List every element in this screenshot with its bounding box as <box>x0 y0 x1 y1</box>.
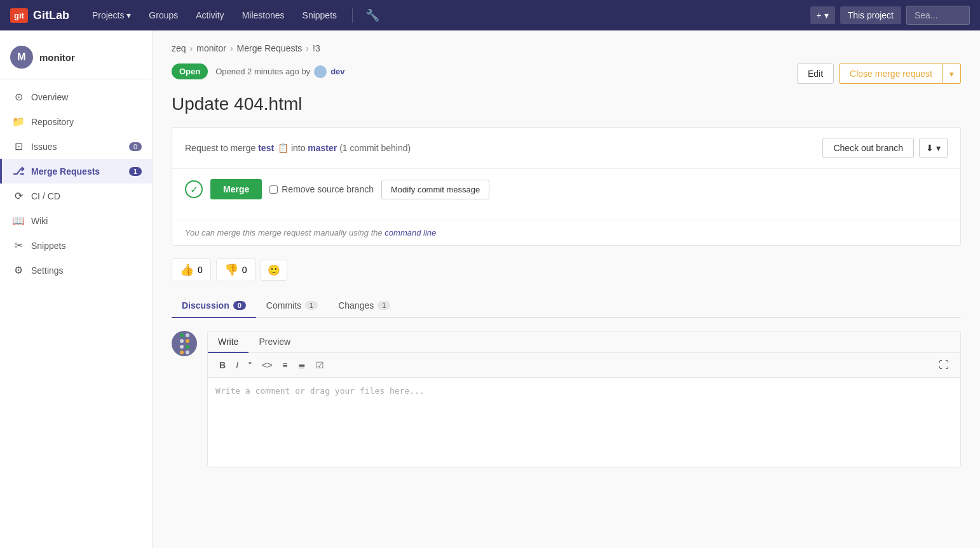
wrench-icon[interactable]: 🔧 <box>360 3 385 27</box>
editor-body[interactable]: Write a comment or drag your files here.… <box>208 378 960 467</box>
mr-title: Update 404.html <box>172 94 961 114</box>
sidebar-item-wiki[interactable]: 📖 Wiki <box>0 208 152 233</box>
comment-section: Write Preview B I " <> ≡ ≣ ☑ ⛶ <box>172 331 961 467</box>
avatar-pattern <box>175 331 194 356</box>
avatar-dot-4 <box>186 339 189 343</box>
breadcrumb-zeq[interactable]: zeq <box>172 43 186 53</box>
sidebar-username: monitor <box>39 52 75 63</box>
gitlab-logo-icon: git <box>10 8 28 23</box>
tab-discussion[interactable]: Discussion 0 <box>172 294 256 318</box>
merge-box-header: Request to merge test 📋 into master (1 c… <box>172 128 960 169</box>
breadcrumb-mr-id: !3 <box>313 43 320 53</box>
close-merge-request-button[interactable]: Close merge request <box>839 63 943 84</box>
avatar-dot-8 <box>186 351 189 354</box>
toolbar-quote-button[interactable]: " <box>245 358 255 373</box>
merge-manual-note: You can merge this merge request manuall… <box>172 220 960 245</box>
avatar-dot-1 <box>180 333 184 337</box>
remove-source-branch-row: Remove source branch <box>269 184 374 194</box>
top-navigation: git GitLab Projects ▾ Groups Activity Mi… <box>0 0 980 30</box>
into-word: into <box>291 143 308 153</box>
sidebar-item-label: Snippets <box>31 241 65 251</box>
sidebar-item-repository[interactable]: 📁 Repository <box>0 109 152 134</box>
toolbar-code-button[interactable]: <> <box>258 358 276 373</box>
tab-changes[interactable]: Changes 1 <box>328 294 400 318</box>
tab-discussion-label: Discussion <box>182 300 229 311</box>
command-line-link[interactable]: command line <box>385 228 436 237</box>
toolbar-italic-button[interactable]: I <box>232 358 242 373</box>
sidebar-item-label: Settings <box>31 265 64 276</box>
toolbar-checkbox-button[interactable]: ☑ <box>312 358 328 373</box>
remove-source-branch-checkbox[interactable] <box>269 185 278 194</box>
page-layout: M monitor ⊙ Overview 📁 Repository ⊡ Issu… <box>0 30 980 548</box>
toolbar-expand-button[interactable]: ⛶ <box>935 357 953 373</box>
toolbar-ul-button[interactable]: ≡ <box>278 358 291 373</box>
editor-tabs: Write Preview <box>208 331 960 353</box>
nav-milestones[interactable]: Milestones <box>235 5 292 25</box>
download-button[interactable]: ⬇ ▾ <box>919 138 948 158</box>
source-branch[interactable]: test <box>258 143 274 153</box>
page-header: Open Opened 2 minutes ago by dev Edit Cl… <box>172 63 961 84</box>
thumbsup-button[interactable]: 👍 0 <box>172 258 211 281</box>
merge-box-body: ✓ Merge Remove source branch Modify comm… <box>172 169 960 220</box>
manual-merge-text: You can merge this merge request manuall… <box>185 228 383 237</box>
breadcrumb-merge-requests[interactable]: Merge Requests <box>237 43 303 53</box>
modify-commit-message-button[interactable]: Modify commit message <box>381 180 489 199</box>
edit-button[interactable]: Edit <box>797 63 834 84</box>
commenter-avatar <box>172 331 197 356</box>
nav-divider <box>352 8 353 23</box>
sidebar-item-merge-requests[interactable]: ⎇ Merge Requests 1 <box>0 159 152 184</box>
opened-by-username: dev <box>330 67 344 76</box>
avatar-dot-6 <box>186 345 189 349</box>
sidebar-item-ci-cd[interactable]: ⟳ CI / CD <box>0 184 152 208</box>
nav-plus-button[interactable]: + ▾ <box>810 6 835 24</box>
sidebar-item-snippets[interactable]: ✂ Snippets <box>0 233 152 258</box>
breadcrumb-monitor[interactable]: monitor <box>196 43 226 53</box>
reactions-row: 👍 0 👎 0 🙂 <box>172 258 961 281</box>
opened-info: Opened 2 minutes ago by <box>215 67 310 76</box>
sidebar-item-overview[interactable]: ⊙ Overview <box>0 84 152 109</box>
sidebar-user: M monitor <box>0 41 152 79</box>
nav-snippets[interactable]: Snippets <box>295 5 344 25</box>
sidebar: M monitor ⊙ Overview 📁 Repository ⊡ Issu… <box>0 30 153 548</box>
sidebar-item-issues[interactable]: ⊡ Issues 0 <box>0 134 152 159</box>
nav-this-project-button[interactable]: This project <box>840 6 901 24</box>
tab-commits[interactable]: Commits 1 <box>256 294 328 318</box>
dev-avatar <box>314 65 327 78</box>
breadcrumb-sep-3: › <box>306 43 309 53</box>
sidebar-item-label: Wiki <box>31 216 48 226</box>
toolbar-bold-button[interactable]: B <box>215 358 229 373</box>
merge-box-actions: Check out branch ⬇ ▾ <box>822 138 948 158</box>
thumbsdown-button[interactable]: 👎 0 <box>216 258 255 281</box>
nav-groups[interactable]: Groups <box>141 5 186 25</box>
target-branch[interactable]: master <box>308 143 337 153</box>
nav-search-input[interactable] <box>906 6 970 25</box>
overview-icon: ⊙ <box>12 91 25 103</box>
merge-button[interactable]: Merge <box>210 179 262 199</box>
breadcrumb-sep-2: › <box>230 43 233 53</box>
ci-cd-icon: ⟳ <box>12 190 25 202</box>
opened-by-text: Opened 2 minutes ago by dev <box>215 65 344 78</box>
checkout-branch-button[interactable]: Check out branch <box>822 138 914 158</box>
nav-links: Projects ▾ Groups Activity Milestones Sn… <box>85 3 810 27</box>
wiki-icon: 📖 <box>12 215 25 227</box>
nav-projects[interactable]: Projects ▾ <box>85 5 139 25</box>
thumbsup-icon: 👍 <box>180 263 194 277</box>
close-merge-request-dropdown[interactable]: ▾ <box>943 63 961 84</box>
merge-check-icon: ✓ <box>185 180 203 198</box>
editor-tab-preview[interactable]: Preview <box>248 331 301 353</box>
sidebar-item-label: CI / CD <box>31 191 60 201</box>
issues-icon: ⊡ <box>12 140 25 152</box>
add-reaction-button[interactable]: 🙂 <box>261 260 287 281</box>
thumbsdown-icon: 👎 <box>224 263 238 277</box>
copy-branch-icon[interactable]: 📋 <box>278 143 289 153</box>
merge-box: Request to merge test 📋 into master (1 c… <box>172 127 961 246</box>
breadcrumb-sep-1: › <box>190 43 193 53</box>
toolbar-ol-button[interactable]: ≣ <box>294 358 310 373</box>
editor-toolbar-left: B I " <> ≡ ≣ ☑ <box>215 358 328 373</box>
sidebar-item-settings[interactable]: ⚙ Settings <box>0 258 152 283</box>
nav-logo[interactable]: git GitLab <box>10 8 69 23</box>
nav-activity[interactable]: Activity <box>188 5 231 25</box>
thumbsup-count: 0 <box>198 265 203 275</box>
editor-tab-write[interactable]: Write <box>208 331 248 353</box>
tab-changes-label: Changes <box>338 300 374 311</box>
